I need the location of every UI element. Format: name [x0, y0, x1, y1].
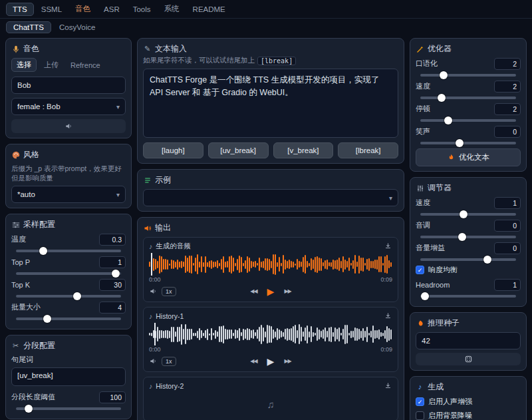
volume-icon[interactable] — [149, 287, 158, 296]
slider-value[interactable]: 2 — [494, 81, 521, 93]
slider-track[interactable] — [420, 142, 516, 144]
slider-handle[interactable] — [458, 233, 466, 241]
slider-handle[interactable] — [39, 247, 47, 255]
chevron-down-icon: ▾ — [116, 191, 120, 198]
enable-denoise-checkbox-row[interactable]: 启用背景降噪 — [416, 411, 521, 420]
seed-input[interactable] — [416, 332, 521, 349]
slider-track[interactable] — [16, 272, 121, 275]
slider-value[interactable]: 1 — [494, 197, 521, 209]
slider-value[interactable]: 2 — [494, 58, 521, 70]
voice-tab-reference[interactable]: Refrence — [66, 60, 105, 71]
slider-value[interactable]: 4 — [99, 302, 126, 314]
eos-label: 句尾词 — [11, 355, 126, 365]
slider-value[interactable]: 1 — [99, 256, 126, 268]
voice-panel-header: 音色 — [11, 43, 126, 55]
slider-value[interactable]: 100 — [99, 391, 126, 403]
nav-tab-voices[interactable]: 音色 — [69, 2, 96, 16]
voice-selector-dropdown[interactable]: female : Bob ▾ — [11, 98, 126, 115]
nav-tab-tts[interactable]: TTS — [6, 3, 34, 16]
speaker-icon — [65, 122, 73, 130]
slider-handle[interactable] — [460, 210, 467, 218]
download-icon[interactable] — [384, 381, 392, 390]
slider-track[interactable] — [420, 74, 516, 77]
playhead[interactable] — [154, 323, 156, 345]
checkbox-label: 启用人声增强 — [428, 397, 472, 407]
playback-speed-button[interactable]: 1x — [162, 357, 176, 366]
random-seed-button[interactable] — [416, 353, 521, 365]
nav-tab-tools[interactable]: Tools — [127, 3, 157, 15]
examples-dropdown[interactable]: ▾ — [143, 189, 398, 206]
subnav-tab-chattts[interactable]: ChatTTS — [6, 21, 51, 33]
slider-handle[interactable] — [43, 315, 51, 323]
slider-track[interactable] — [420, 119, 516, 122]
voice-tab-select[interactable]: 选择 — [11, 58, 37, 72]
v-break-token-button[interactable]: [v_break] — [273, 142, 334, 158]
play-button[interactable]: ▶ — [267, 287, 275, 296]
hint-code-chip: [lbreak] — [257, 57, 296, 65]
playback-speed-button[interactable]: 1x — [162, 287, 176, 296]
download-icon[interactable] — [384, 312, 392, 320]
adjuster-panel: 调节器 速度1 音调0 音量增益0 ✓ 响度均衡 Headroom1 — [410, 177, 527, 307]
slider-track[interactable] — [420, 258, 516, 261]
slider-value[interactable]: 0 — [494, 126, 521, 138]
checkbox-checked[interactable]: ✓ — [416, 266, 424, 274]
skip-back-icon[interactable]: ◀◀ — [250, 288, 257, 294]
nav-tab-system[interactable]: 系统 — [158, 2, 186, 16]
skip-forward-icon[interactable]: ▶▶ — [284, 358, 291, 364]
slider-value[interactable]: 0.3 — [99, 234, 126, 246]
slider-label: 音调 — [416, 220, 430, 230]
output-header: 输出 — [143, 222, 398, 234]
slider-value[interactable]: 0 — [494, 242, 521, 254]
checkbox-checked[interactable]: ✓ — [416, 397, 424, 406]
slider-handle[interactable] — [421, 292, 429, 300]
slider-handle[interactable] — [112, 270, 120, 278]
voice-preview-button[interactable] — [11, 119, 126, 133]
voice-name-input[interactable] — [11, 77, 126, 94]
style-dropdown[interactable]: *auto ▾ — [11, 186, 126, 203]
optimize-text-button[interactable]: 优化文本 — [416, 148, 521, 166]
batch-size-slider: 批量大小4 — [11, 302, 126, 320]
voice-tab-upload[interactable]: 上传 — [39, 59, 63, 71]
tts-text-input[interactable]: ChatTTS Forge 是一个围绕 TTS 生成模型开发的项目，实现了 AP… — [143, 69, 398, 138]
waveform[interactable] — [149, 323, 392, 345]
slider-handle[interactable] — [440, 71, 448, 79]
laugh-token-button[interactable]: [laugh] — [143, 142, 203, 158]
enable-enhance-checkbox-row[interactable]: ✓ 启用人声增强 — [416, 397, 521, 407]
waveform[interactable] — [149, 253, 392, 276]
slider-track[interactable] — [420, 97, 516, 99]
nav-tab-ssml[interactable]: SSML — [35, 3, 68, 15]
slider-handle[interactable] — [483, 256, 491, 264]
skip-forward-icon[interactable]: ▶▶ — [284, 288, 291, 294]
uv-break-token-button[interactable]: [uv_break] — [208, 142, 269, 158]
playhead[interactable] — [151, 253, 152, 276]
slider-value[interactable]: 2 — [494, 103, 521, 115]
slider-track[interactable] — [16, 317, 121, 320]
slider-handle[interactable] — [438, 94, 446, 102]
slider-track[interactable] — [420, 236, 516, 238]
eos-input[interactable]: [uv_break] — [11, 367, 126, 386]
slider-handle[interactable] — [444, 116, 452, 124]
play-button[interactable]: ▶ — [267, 357, 275, 366]
slider-handle[interactable] — [73, 292, 81, 300]
loudness-normalization-checkbox-row[interactable]: ✓ 响度均衡 — [416, 265, 521, 275]
audio-title: History-1 — [156, 312, 184, 320]
slider-handle[interactable] — [456, 139, 464, 147]
lbreak-token-button[interactable]: [lbreak] — [338, 142, 398, 158]
checkbox-unchecked[interactable] — [416, 411, 424, 420]
slider-track[interactable] — [16, 295, 121, 298]
slider-track[interactable] — [16, 250, 121, 252]
slider-value[interactable]: 30 — [99, 279, 126, 291]
nav-tab-asr[interactable]: ASR — [98, 3, 126, 15]
slider-value[interactable]: 1 — [494, 279, 521, 291]
time-row: 0:00 0:09 — [149, 346, 392, 353]
nav-tab-readme[interactable]: README — [187, 3, 231, 15]
slider-value[interactable]: 0 — [494, 220, 521, 232]
slider-track[interactable] — [16, 407, 121, 410]
skip-back-icon[interactable]: ◀◀ — [250, 358, 257, 364]
slider-handle[interactable] — [25, 405, 33, 413]
volume-icon[interactable] — [149, 357, 158, 365]
slider-track[interactable] — [420, 295, 516, 298]
subnav-tab-cosyvoice[interactable]: CosyVoice — [54, 22, 100, 33]
slider-track[interactable] — [420, 213, 516, 216]
download-icon[interactable] — [384, 242, 392, 250]
